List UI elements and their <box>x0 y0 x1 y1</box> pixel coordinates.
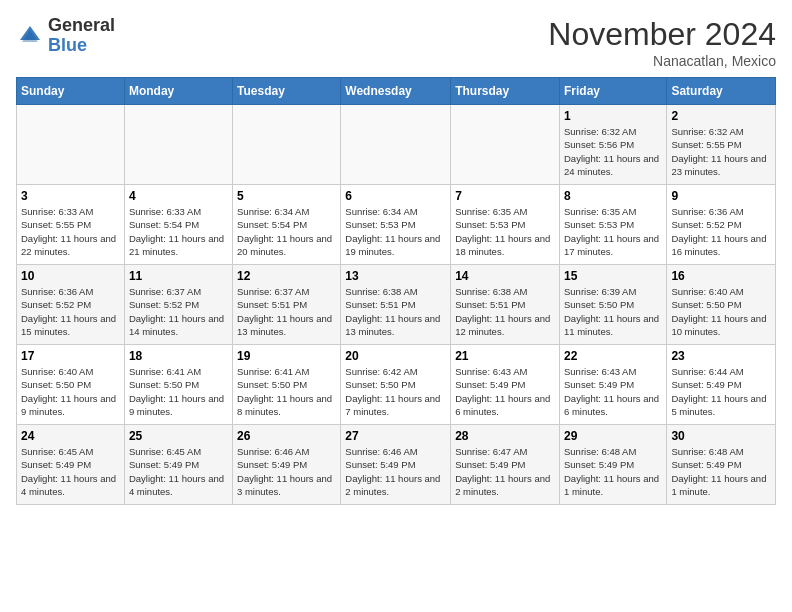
title-block: November 2024 Nanacatlan, Mexico <box>548 16 776 69</box>
page-header: General Blue November 2024 Nanacatlan, M… <box>16 16 776 69</box>
day-of-week-header: Wednesday <box>341 78 451 105</box>
calendar-cell: 23Sunrise: 6:44 AM Sunset: 5:49 PM Dayli… <box>667 345 776 425</box>
day-number: 16 <box>671 269 771 283</box>
calendar-cell <box>341 105 451 185</box>
day-of-week-header: Thursday <box>451 78 560 105</box>
day-number: 8 <box>564 189 662 203</box>
logo-icon <box>16 22 44 50</box>
day-of-week-header: Monday <box>124 78 232 105</box>
day-info: Sunrise: 6:45 AM Sunset: 5:49 PM Dayligh… <box>21 445 120 498</box>
calendar-week-row: 17Sunrise: 6:40 AM Sunset: 5:50 PM Dayli… <box>17 345 776 425</box>
calendar-cell: 14Sunrise: 6:38 AM Sunset: 5:51 PM Dayli… <box>451 265 560 345</box>
calendar-cell: 13Sunrise: 6:38 AM Sunset: 5:51 PM Dayli… <box>341 265 451 345</box>
day-info: Sunrise: 6:46 AM Sunset: 5:49 PM Dayligh… <box>345 445 446 498</box>
calendar-cell: 4Sunrise: 6:33 AM Sunset: 5:54 PM Daylig… <box>124 185 232 265</box>
calendar-cell: 3Sunrise: 6:33 AM Sunset: 5:55 PM Daylig… <box>17 185 125 265</box>
month-title: November 2024 <box>548 16 776 53</box>
day-number: 21 <box>455 349 555 363</box>
day-number: 3 <box>21 189 120 203</box>
logo-blue-text: Blue <box>48 35 87 55</box>
calendar-week-row: 24Sunrise: 6:45 AM Sunset: 5:49 PM Dayli… <box>17 425 776 505</box>
day-info: Sunrise: 6:45 AM Sunset: 5:49 PM Dayligh… <box>129 445 228 498</box>
calendar-week-row: 10Sunrise: 6:36 AM Sunset: 5:52 PM Dayli… <box>17 265 776 345</box>
day-info: Sunrise: 6:37 AM Sunset: 5:52 PM Dayligh… <box>129 285 228 338</box>
calendar-header-row: SundayMondayTuesdayWednesdayThursdayFrid… <box>17 78 776 105</box>
day-number: 4 <box>129 189 228 203</box>
calendar-cell: 15Sunrise: 6:39 AM Sunset: 5:50 PM Dayli… <box>559 265 666 345</box>
calendar-table: SundayMondayTuesdayWednesdayThursdayFrid… <box>16 77 776 505</box>
day-info: Sunrise: 6:32 AM Sunset: 5:56 PM Dayligh… <box>564 125 662 178</box>
calendar-cell: 7Sunrise: 6:35 AM Sunset: 5:53 PM Daylig… <box>451 185 560 265</box>
day-of-week-header: Tuesday <box>233 78 341 105</box>
calendar-cell: 28Sunrise: 6:47 AM Sunset: 5:49 PM Dayli… <box>451 425 560 505</box>
day-number: 14 <box>455 269 555 283</box>
day-info: Sunrise: 6:43 AM Sunset: 5:49 PM Dayligh… <box>455 365 555 418</box>
day-number: 2 <box>671 109 771 123</box>
day-info: Sunrise: 6:44 AM Sunset: 5:49 PM Dayligh… <box>671 365 771 418</box>
calendar-cell: 25Sunrise: 6:45 AM Sunset: 5:49 PM Dayli… <box>124 425 232 505</box>
calendar-cell: 2Sunrise: 6:32 AM Sunset: 5:55 PM Daylig… <box>667 105 776 185</box>
day-number: 12 <box>237 269 336 283</box>
day-of-week-header: Sunday <box>17 78 125 105</box>
location-subtitle: Nanacatlan, Mexico <box>548 53 776 69</box>
day-info: Sunrise: 6:32 AM Sunset: 5:55 PM Dayligh… <box>671 125 771 178</box>
calendar-cell: 5Sunrise: 6:34 AM Sunset: 5:54 PM Daylig… <box>233 185 341 265</box>
day-number: 5 <box>237 189 336 203</box>
day-number: 29 <box>564 429 662 443</box>
calendar-cell: 1Sunrise: 6:32 AM Sunset: 5:56 PM Daylig… <box>559 105 666 185</box>
day-info: Sunrise: 6:48 AM Sunset: 5:49 PM Dayligh… <box>564 445 662 498</box>
day-info: Sunrise: 6:38 AM Sunset: 5:51 PM Dayligh… <box>345 285 446 338</box>
day-number: 6 <box>345 189 446 203</box>
day-info: Sunrise: 6:34 AM Sunset: 5:54 PM Dayligh… <box>237 205 336 258</box>
day-info: Sunrise: 6:39 AM Sunset: 5:50 PM Dayligh… <box>564 285 662 338</box>
day-of-week-header: Saturday <box>667 78 776 105</box>
calendar-cell: 21Sunrise: 6:43 AM Sunset: 5:49 PM Dayli… <box>451 345 560 425</box>
day-number: 13 <box>345 269 446 283</box>
calendar-cell: 20Sunrise: 6:42 AM Sunset: 5:50 PM Dayli… <box>341 345 451 425</box>
day-info: Sunrise: 6:43 AM Sunset: 5:49 PM Dayligh… <box>564 365 662 418</box>
day-number: 18 <box>129 349 228 363</box>
day-number: 26 <box>237 429 336 443</box>
day-number: 11 <box>129 269 228 283</box>
calendar-cell: 10Sunrise: 6:36 AM Sunset: 5:52 PM Dayli… <box>17 265 125 345</box>
day-info: Sunrise: 6:40 AM Sunset: 5:50 PM Dayligh… <box>21 365 120 418</box>
calendar-cell: 12Sunrise: 6:37 AM Sunset: 5:51 PM Dayli… <box>233 265 341 345</box>
day-info: Sunrise: 6:40 AM Sunset: 5:50 PM Dayligh… <box>671 285 771 338</box>
logo: General Blue <box>16 16 115 56</box>
day-info: Sunrise: 6:47 AM Sunset: 5:49 PM Dayligh… <box>455 445 555 498</box>
day-number: 28 <box>455 429 555 443</box>
calendar-cell <box>124 105 232 185</box>
calendar-cell: 6Sunrise: 6:34 AM Sunset: 5:53 PM Daylig… <box>341 185 451 265</box>
calendar-cell: 22Sunrise: 6:43 AM Sunset: 5:49 PM Dayli… <box>559 345 666 425</box>
day-number: 24 <box>21 429 120 443</box>
calendar-cell: 24Sunrise: 6:45 AM Sunset: 5:49 PM Dayli… <box>17 425 125 505</box>
day-info: Sunrise: 6:36 AM Sunset: 5:52 PM Dayligh… <box>671 205 771 258</box>
day-number: 9 <box>671 189 771 203</box>
day-info: Sunrise: 6:35 AM Sunset: 5:53 PM Dayligh… <box>455 205 555 258</box>
day-number: 20 <box>345 349 446 363</box>
calendar-cell <box>233 105 341 185</box>
calendar-cell: 16Sunrise: 6:40 AM Sunset: 5:50 PM Dayli… <box>667 265 776 345</box>
day-info: Sunrise: 6:48 AM Sunset: 5:49 PM Dayligh… <box>671 445 771 498</box>
day-number: 15 <box>564 269 662 283</box>
calendar-cell: 19Sunrise: 6:41 AM Sunset: 5:50 PM Dayli… <box>233 345 341 425</box>
calendar-cell: 18Sunrise: 6:41 AM Sunset: 5:50 PM Dayli… <box>124 345 232 425</box>
day-number: 7 <box>455 189 555 203</box>
day-number: 19 <box>237 349 336 363</box>
day-info: Sunrise: 6:46 AM Sunset: 5:49 PM Dayligh… <box>237 445 336 498</box>
calendar-cell: 11Sunrise: 6:37 AM Sunset: 5:52 PM Dayli… <box>124 265 232 345</box>
day-info: Sunrise: 6:36 AM Sunset: 5:52 PM Dayligh… <box>21 285 120 338</box>
calendar-cell: 9Sunrise: 6:36 AM Sunset: 5:52 PM Daylig… <box>667 185 776 265</box>
calendar-cell: 27Sunrise: 6:46 AM Sunset: 5:49 PM Dayli… <box>341 425 451 505</box>
day-number: 25 <box>129 429 228 443</box>
logo-general-text: General <box>48 15 115 35</box>
calendar-week-row: 1Sunrise: 6:32 AM Sunset: 5:56 PM Daylig… <box>17 105 776 185</box>
calendar-cell: 26Sunrise: 6:46 AM Sunset: 5:49 PM Dayli… <box>233 425 341 505</box>
day-number: 10 <box>21 269 120 283</box>
calendar-cell: 17Sunrise: 6:40 AM Sunset: 5:50 PM Dayli… <box>17 345 125 425</box>
day-of-week-header: Friday <box>559 78 666 105</box>
day-number: 1 <box>564 109 662 123</box>
calendar-cell: 8Sunrise: 6:35 AM Sunset: 5:53 PM Daylig… <box>559 185 666 265</box>
day-number: 27 <box>345 429 446 443</box>
day-number: 22 <box>564 349 662 363</box>
